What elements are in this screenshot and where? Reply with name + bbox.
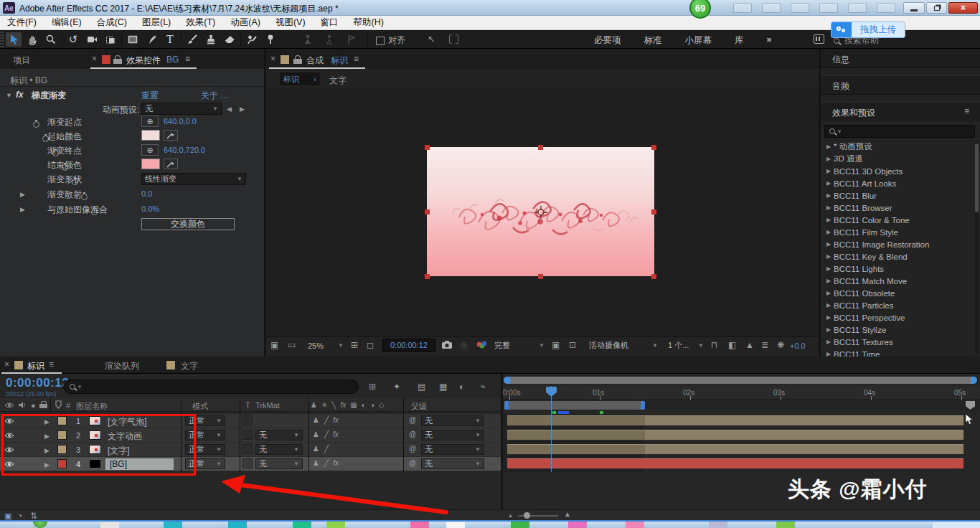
tab-info[interactable]: 信息 [832, 54, 849, 66]
t-checkbox[interactable] [242, 415, 253, 425]
comp-breadcrumb-current[interactable]: 标识 ‹ [280, 72, 320, 85]
prop-twirl-icon[interactable]: ▶ [20, 206, 25, 213]
workspace-essentials[interactable]: 必要项 [594, 34, 621, 47]
rotate-tool[interactable]: ↺ [65, 32, 81, 47]
twirl-closed-icon[interactable]: ▶ [825, 217, 834, 223]
pen-tool[interactable] [143, 32, 159, 47]
parent-pickwhip-icon[interactable]: @ [409, 446, 416, 453]
layer-duration-bar[interactable] [507, 415, 964, 426]
prop-value[interactable]: 0.0% [141, 204, 159, 213]
view-layout-dropdown[interactable]: 1 个...▼ [665, 339, 707, 352]
parent-pickwhip-icon[interactable]: @ [409, 460, 416, 467]
panel-menu-icon[interactable]: ≡ [354, 55, 359, 63]
trkmat-dropdown[interactable]: 无▼ [255, 444, 303, 455]
menu-animation[interactable]: 动画(A) [230, 16, 260, 29]
parent-dropdown[interactable]: 无▼ [421, 458, 484, 469]
magnification-dropdown[interactable]: 25%▼ [305, 339, 347, 352]
twirl-closed-icon[interactable]: ▶ [825, 290, 834, 296]
parent-dropdown[interactable]: 无▼ [421, 430, 484, 440]
time-navigator-track[interactable] [504, 377, 977, 384]
effect-reset-link[interactable]: 重置 [141, 90, 159, 102]
preset-category[interactable]: ▶BCC11 3D Objects [825, 165, 976, 177]
fx-toggle[interactable]: fx [333, 417, 339, 424]
minimize-button[interactable] [903, 2, 925, 14]
zoom-slider-thumb[interactable] [524, 512, 530, 519]
fx-toggle[interactable]: fx [333, 431, 339, 438]
layer-duration-bar-bg[interactable] [507, 458, 964, 469]
quality-toggle[interactable]: ╱ [324, 431, 329, 438]
tab-text-comp[interactable]: 文字 [181, 360, 198, 372]
swap-colors-button[interactable]: 交换颜色 [141, 218, 235, 230]
frame-blend-icon[interactable]: ▦ [439, 382, 447, 391]
pan-behind-tool[interactable] [103, 32, 118, 47]
work-area-end-handle[interactable] [641, 401, 645, 410]
shy-toggle[interactable]: ♟ [313, 446, 319, 453]
selection-handle[interactable] [538, 145, 543, 150]
preset-category[interactable]: ▶BCC11 Lights [825, 263, 976, 275]
preset-category[interactable]: ▶BCC11 Obsolete [825, 287, 976, 299]
twirl-closed-icon[interactable]: ▶ [825, 302, 834, 308]
motion-blur-icon[interactable]: ◐ [459, 382, 464, 391]
workspace-small-screen[interactable]: 小屏幕 [685, 34, 712, 47]
brush-tool[interactable] [184, 32, 200, 47]
layer-name-column-header[interactable]: 图层名称 [76, 401, 108, 412]
effect-twirl-icon[interactable]: ▼ [6, 92, 12, 99]
snap-checkbox[interactable] [376, 37, 385, 45]
preset-category[interactable]: ▶* 动画预设 [825, 141, 976, 153]
show-snapshot-icon[interactable]: ◎ [460, 341, 467, 349]
twirl-closed-icon[interactable]: ▶ [825, 241, 834, 248]
zoom-in-mountain-icon[interactable]: ▲ [564, 511, 571, 518]
effect-name[interactable]: 梯度渐变 [32, 90, 66, 102]
presets-search-input[interactable]: ▼ [824, 125, 975, 138]
tab-effect-controls[interactable]: 效果控件 [126, 55, 161, 67]
exposure-value[interactable]: +0.0 [790, 341, 806, 350]
view-dropdown[interactable]: 活动摄像机▼ [586, 339, 661, 352]
trkmat-dropdown[interactable]: 无▼ [255, 430, 303, 440]
menu-layer[interactable]: 图层(L) [142, 16, 171, 29]
mode-column-header[interactable]: 模式 [192, 401, 208, 412]
preset-next-icon[interactable]: ▶ [240, 105, 245, 113]
eyedropper-button[interactable] [164, 159, 178, 169]
timeline-zoom-slider[interactable] [518, 515, 558, 517]
layer-duration-bar[interactable] [507, 430, 964, 440]
effect-about-link[interactable]: 关于 ... [201, 90, 227, 102]
selection-handle[interactable] [651, 145, 656, 150]
quality-toggle[interactable]: ╱ [324, 460, 329, 467]
t-checkbox[interactable] [242, 444, 253, 454]
parent-column-header[interactable]: 父级 [411, 401, 427, 412]
close-button[interactable]: × [948, 2, 978, 14]
preset-category[interactable]: ▶BCC11 Stylize [825, 324, 976, 336]
twirl-closed-icon[interactable]: ▶ [825, 253, 834, 260]
brainstorm-icon[interactable]: ⇅ [30, 512, 37, 520]
panel-menu-icon[interactable]: ≡ [964, 107, 969, 116]
tab-project[interactable]: 项目 [13, 55, 30, 67]
breadcrumb-back-icon[interactable]: ‹ [314, 75, 316, 83]
prop-twirl-icon[interactable]: ▶ [20, 191, 25, 198]
workspace-standard[interactable]: 标准 [644, 34, 662, 47]
tab-render-queue[interactable]: 渲染队列 [105, 360, 139, 372]
scrollbar-thumb[interactable] [975, 143, 979, 212]
t-checkbox[interactable] [242, 430, 253, 440]
stopwatch-icon[interactable] [33, 121, 39, 128]
selection-handle[interactable] [425, 209, 430, 214]
menu-composition[interactable]: 合成(C) [97, 16, 127, 29]
preset-category[interactable]: ▶3D 通道 [825, 153, 976, 165]
fx-toggle[interactable]: fx [333, 460, 339, 467]
shy-toggle[interactable]: ♟ [313, 417, 319, 424]
end-color-swatch[interactable] [141, 159, 160, 169]
shy-toggle[interactable]: ♟ [313, 460, 319, 467]
workspace-more[interactable]: » [767, 34, 772, 47]
tab-close-icon[interactable]: × [92, 55, 97, 63]
always-preview-icon[interactable]: ▣ [270, 341, 278, 349]
zoom-out-mountain-icon[interactable]: ▲ [508, 513, 513, 518]
comp-breadcrumb-other[interactable]: 文字 [329, 75, 347, 87]
selection-handle[interactable] [425, 274, 430, 279]
tab-effects-presets[interactable]: 效果和预设 [832, 107, 875, 119]
flowchart-icon[interactable]: ≣ [761, 341, 768, 349]
selection-handle[interactable] [538, 274, 543, 279]
panel-menu-icon[interactable]: ≡ [49, 360, 54, 369]
help-search-icon[interactable] [834, 38, 839, 44]
scrollbar[interactable] [975, 142, 979, 354]
preset-category[interactable]: ▶BCC11 Match Move [825, 275, 976, 287]
preset-category[interactable]: ▶BCC11 Browser [825, 202, 976, 214]
